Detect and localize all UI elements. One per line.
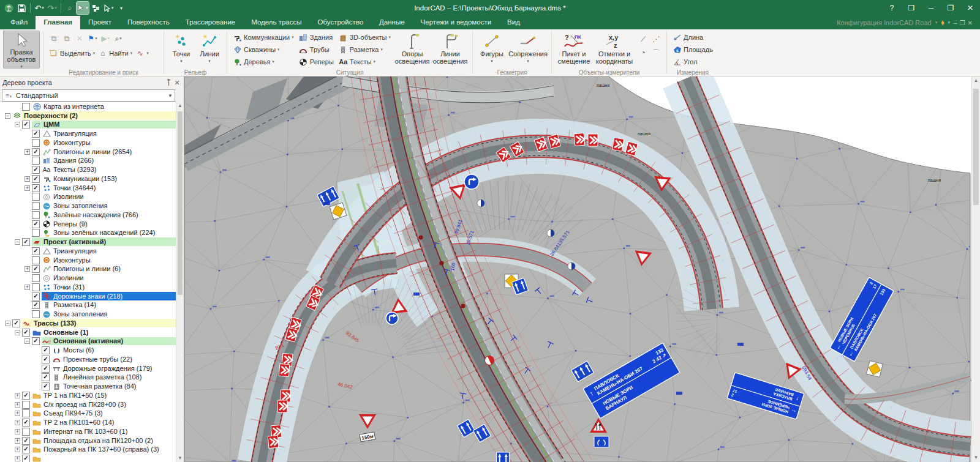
expand-toggle[interactable]: − [5, 321, 10, 326]
tree-item-цмм[interactable]: −✓ЦММ [0, 121, 176, 130]
expand-toggle[interactable]: + [15, 402, 20, 408]
license-diamond-icon[interactable]: ⬧ [941, 18, 944, 27]
copy-icon[interactable]: ⧉ [61, 32, 73, 45]
expand-toggle[interactable]: + [15, 429, 20, 434]
inner-window-controls[interactable]: –❐✕ [954, 20, 975, 26]
visibility-checkbox[interactable]: ✓ [42, 356, 50, 363]
visibility-checkbox[interactable] [22, 103, 30, 111]
layers-search-icon[interactable]: ⌕▾ [112, 32, 124, 45]
tab-home[interactable]: Главная [36, 16, 80, 29]
tree-item-точечная-разметка-84-[interactable]: ✓Точечная разметка (84) [0, 382, 176, 391]
measure-protractor-icon[interactable]: ◔ [637, 47, 649, 59]
expand-toggle[interactable]: − [15, 122, 20, 127]
tab-file[interactable]: Файл [2, 16, 36, 29]
lines-button[interactable]: ✳ Линии▾ [195, 31, 224, 70]
buildings-button[interactable]: Здания [298, 32, 335, 43]
expand-toggle[interactable]: + [24, 149, 30, 155]
visibility-checkbox[interactable]: ✓ [42, 373, 50, 381]
visibility-checkbox[interactable]: ✓ [32, 130, 40, 138]
tab-data[interactable]: Данные [371, 16, 413, 29]
visibility-checkbox[interactable]: ✓ [42, 346, 50, 354]
tree-item-точки-34644-[interactable]: +✓Точки (34644) [0, 184, 176, 193]
expand-toggle[interactable]: + [24, 176, 30, 182]
select-button[interactable]: ❏ Выделить▾ [48, 48, 96, 59]
undo-button[interactable]: ↶▾ [33, 2, 45, 14]
tree-item-линейная-разметка-108-[interactable]: ✓Линейная разметка (108) [0, 373, 176, 382]
objects-button[interactable] [89, 2, 102, 14]
visibility-checkbox[interactable] [22, 401, 30, 409]
canvas-scrollbar[interactable]: ▲ ▼ [971, 76, 980, 462]
flag-icon[interactable]: ⚑▾ [86, 32, 99, 45]
expand-toggle[interactable]: + [15, 420, 20, 425]
tree-item-здания-266-[interactable]: Здания (266) [0, 157, 176, 166]
visibility-checkbox[interactable]: ✓ [32, 148, 40, 156]
figures-button[interactable]: Фигуры▾ [476, 31, 508, 70]
visibility-checkbox[interactable]: ✓ [22, 445, 30, 453]
visibility-checkbox[interactable]: ✓ [22, 455, 30, 462]
tree-item-триангуляция[interactable]: ✓Триангуляция [0, 247, 176, 256]
visibility-checkbox[interactable] [32, 202, 40, 210]
visibility-checkbox[interactable]: ✓ [42, 365, 50, 373]
visibility-checkbox[interactable]: ✓ [32, 166, 40, 174]
tab-tracing[interactable]: Трассирование [178, 16, 243, 29]
expand-toggle[interactable]: + [24, 266, 30, 272]
expand-toggle[interactable]: + [15, 438, 20, 444]
tree-item-карта-из-интернета[interactable]: Карта из интернета [0, 102, 176, 111]
tab-view[interactable]: Вид [499, 16, 528, 29]
help-button[interactable]: ? [882, 0, 902, 16]
edit-objects-button[interactable]: Правка объектов▾ [3, 31, 40, 69]
tree-item[interactable]: +✓ [0, 454, 176, 462]
tree-scrollbar[interactable]: ▲ ▼ [176, 102, 184, 462]
visibility-checkbox[interactable] [32, 211, 40, 219]
expand-toggle[interactable]: + [24, 285, 30, 290]
tree-item-зоны-затопления[interactable]: Зоны затопления [0, 310, 176, 319]
expand-toggle[interactable]: − [24, 338, 30, 344]
panel-close-icon[interactable]: ✕ [173, 79, 181, 87]
spline-button[interactable]: ∿▾ [134, 48, 150, 59]
tree-item-полигоны-и-линии-6-[interactable]: +✓Полигоны и линии (6) [0, 265, 176, 274]
marking-button[interactable]: Разметка▾ [337, 44, 392, 55]
tree-item-тр-2-на-пк101-60-14-[interactable]: +✓ТР 2 на ПК101+60 (14) [0, 418, 176, 427]
tree-item-трассы-133-[interactable]: −✓Трассы (133) [0, 319, 176, 328]
tree-item-интернат-на-пк-103-60-1-[interactable]: +Интернат на ПК 103+60 (1) [0, 427, 176, 436]
measure-line-icon[interactable]: ⟋ [637, 33, 649, 45]
visibility-checkbox[interactable]: ✓ [32, 184, 40, 192]
measure-points-icon[interactable]: ⋰ [650, 33, 662, 45]
expand-toggle[interactable]: + [15, 447, 20, 452]
tree-item-триангуляция[interactable]: ✓Триангуляция [0, 129, 176, 138]
tree-item-тексты-3293-[interactable]: ✓АаТексты (3293) [0, 165, 176, 174]
expand-toggle[interactable]: + [24, 185, 30, 191]
benchmarks-button[interactable]: Реперы [298, 56, 335, 67]
tree-item-основные-1-[interactable]: −✓Основные (1) [0, 328, 176, 337]
tree-item-полигоны-и-линии-2654-[interactable]: +✓Полигоны и линии (2654) [0, 147, 176, 157]
tree-item-изоконтуры[interactable]: Изоконтуры [0, 138, 176, 147]
tree-item-изоконтуры[interactable]: Изоконтуры [0, 256, 176, 265]
visibility-checkbox[interactable]: ✓ [32, 301, 40, 309]
visibility-checkbox[interactable] [32, 310, 40, 318]
tree-item-изолинии[interactable]: Изолинии [0, 193, 176, 202]
marks-coords-button[interactable]: x,yz Отметки и координаты [593, 31, 636, 70]
visibility-checkbox[interactable] [32, 157, 40, 165]
cursor-button[interactable]: ▾ [102, 2, 115, 14]
visibility-checkbox[interactable]: ✓ [22, 437, 30, 445]
light-lines-button[interactable]: Линии освещения [431, 31, 469, 70]
ribbon-display-button[interactable]: ❒ [902, 0, 921, 16]
tree-item-проектные-трубы-22-[interactable]: ✓Проектные трубы (22) [0, 355, 176, 364]
light-poles-button[interactable]: Опоры освещения [393, 31, 431, 70]
visibility-checkbox[interactable]: ✓ [32, 175, 40, 183]
find-button[interactable]: ⌂ Найти▾ [97, 48, 134, 59]
close-button[interactable]: ✕ [960, 0, 980, 16]
qat-customize-icon[interactable]: ▾ [115, 2, 127, 14]
visibility-checkbox[interactable]: ✓ [42, 382, 50, 390]
visibility-checkbox[interactable]: ✓ [32, 337, 40, 345]
pin-icon[interactable] [164, 79, 173, 87]
play-icon[interactable]: ▶▾ [99, 32, 111, 45]
save-button[interactable] [15, 2, 28, 14]
trees-button[interactable]: Деревья▾ [232, 56, 295, 67]
wells-button[interactable]: Скважины▾ [232, 44, 295, 55]
visibility-checkbox[interactable] [32, 283, 40, 291]
visibility-checkbox[interactable]: ✓ [32, 247, 40, 255]
measure-arc-icon[interactable]: ⌒ [650, 47, 662, 59]
texts-button[interactable]: Аа Тексты▾ [337, 56, 392, 67]
objects3d-button[interactable]: 3D-объекты▾ [337, 32, 392, 43]
